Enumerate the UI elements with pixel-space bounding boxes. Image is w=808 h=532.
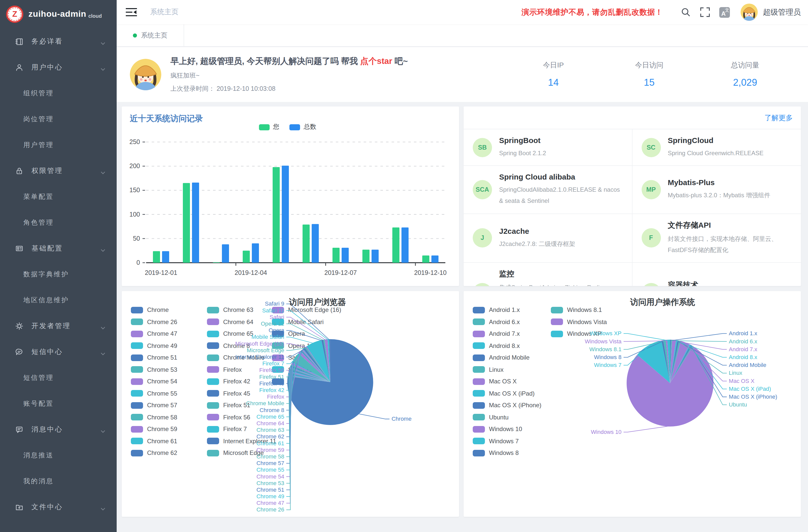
fullscreen-icon[interactable] xyxy=(700,7,710,17)
sidebar-item-3[interactable]: 岗位管理 xyxy=(0,106,117,132)
legend-item[interactable]: Windows 8 xyxy=(473,450,519,456)
legend-item[interactable]: Android 6.x xyxy=(473,318,520,325)
legend-item[interactable]: Windows 7 xyxy=(473,437,519,444)
legend-swatch xyxy=(473,414,485,420)
legend-item[interactable]: Firefox 51 xyxy=(207,402,250,409)
legend-item[interactable]: Safari 9 xyxy=(272,378,309,385)
legend-swatch xyxy=(207,414,219,420)
sidebar-item-0[interactable]: 务必详看 xyxy=(0,29,117,54)
sidebar-item-8[interactable]: 基础配置 xyxy=(0,235,117,261)
legend-item[interactable]: Safari 11 xyxy=(272,366,312,373)
legend-item[interactable]: Chrome 47 xyxy=(131,330,177,337)
legend-swatch xyxy=(131,390,143,397)
legend-item[interactable]: Chrome 8 xyxy=(207,342,250,349)
legend-label: Chrome 58 xyxy=(147,414,177,421)
legend-item-您[interactable]: 您 xyxy=(259,123,279,131)
legend-item[interactable]: Safari xyxy=(272,354,304,361)
legend-item[interactable]: Internet Explorer 11 xyxy=(207,437,276,444)
sidebar-item-17[interactable]: 我的消息 xyxy=(0,468,117,494)
legend-item[interactable]: Opera xyxy=(272,330,305,337)
legend-label: 总数 xyxy=(304,123,316,131)
legend-item[interactable]: Android 8.x xyxy=(473,342,520,349)
sidebar-item-15[interactable]: 消息中心 xyxy=(0,416,117,442)
sidebar-item-label: 角色管理 xyxy=(23,218,54,227)
legend-item-总数[interactable]: 总数 xyxy=(289,123,316,131)
legend-item[interactable]: Mobile Safari xyxy=(272,318,324,325)
legend-swatch xyxy=(207,354,219,361)
legend-item[interactable]: Ubuntu xyxy=(473,414,509,421)
legend-item[interactable]: Chrome Mobile xyxy=(207,354,264,361)
legend-item[interactable]: Firefox 7 xyxy=(207,425,247,433)
translate-icon[interactable]: A 文 xyxy=(719,7,730,18)
collapse-menu-icon[interactable] xyxy=(126,7,137,17)
legend-item[interactable]: Android 7.x xyxy=(473,330,520,337)
legend-label: Chrome 65 xyxy=(223,330,253,337)
sidebar-item-18[interactable]: 文件中心 xyxy=(0,494,117,520)
legend-item[interactable]: Mac OS X xyxy=(473,378,517,385)
sidebar-item-10[interactable]: 地区信息维护 xyxy=(0,287,117,313)
legend-item[interactable]: Windows 10 xyxy=(473,425,522,433)
legend-swatch xyxy=(131,414,143,420)
sidebar-item-2[interactable]: 组织管理 xyxy=(0,80,117,106)
legend-swatch xyxy=(272,330,284,337)
legend-item[interactable]: Chrome 57 xyxy=(131,402,177,409)
tab-home[interactable]: 系统主页 xyxy=(117,24,184,46)
tech-card-7: C 容器技术 虚拟化容器技术，让迁移、部署更加方便快捷 xyxy=(632,262,801,286)
legend-swatch xyxy=(551,330,563,337)
legend-item[interactable]: Firefox 45 xyxy=(207,390,250,397)
legend-item[interactable]: Chrome 63 xyxy=(207,306,253,313)
legend-item[interactable]: Microsoft Edge xyxy=(207,450,264,456)
legend-swatch xyxy=(272,366,284,373)
legend-item[interactable]: Chrome 62 xyxy=(131,450,177,456)
sidebar-item-14[interactable]: 账号配置 xyxy=(0,390,117,416)
legend-item[interactable]: Chrome xyxy=(131,306,169,313)
legend-item[interactable]: Firefox 56 xyxy=(207,414,250,421)
sidebar-item-4[interactable]: 用户管理 xyxy=(0,132,117,158)
tech-card-4: J J2cache J2cache2.7.8: 二级缓存框架 xyxy=(464,213,632,262)
legend-item[interactable]: Linux xyxy=(473,366,503,373)
legend-item[interactable]: Android Mobile xyxy=(473,354,530,361)
legend-item[interactable]: Chrome 59 xyxy=(131,425,177,433)
tech-card-title: 容器技术 xyxy=(668,280,789,286)
svg-text:Firefox: Firefox xyxy=(267,393,284,400)
legend-item[interactable]: Firefox 42 xyxy=(207,378,250,385)
legend-item[interactable]: Chrome 53 xyxy=(131,366,177,373)
avatar[interactable] xyxy=(740,3,758,21)
legend-item[interactable]: Chrome 61 xyxy=(131,437,177,444)
legend-item[interactable]: Chrome 26 xyxy=(131,318,177,325)
legend-item[interactable]: Mac OS X (iPad) xyxy=(473,390,535,397)
legend-item[interactable]: Opera 12 xyxy=(272,342,313,349)
logo-letter: Z xyxy=(12,10,17,19)
legend-item[interactable]: Chrome 58 xyxy=(131,414,177,421)
legend-item[interactable]: Windows Vista xyxy=(551,318,607,325)
legend-label: Chrome 61 xyxy=(147,437,177,444)
legend-item[interactable]: Mac OS X (iPhone) xyxy=(473,402,541,409)
search-icon[interactable] xyxy=(681,7,691,17)
sidebar-item-11[interactable]: 开发者管理 xyxy=(0,313,117,339)
legend-item[interactable]: Chrome 65 xyxy=(207,330,253,337)
sidebar-item-6[interactable]: 菜单配置 xyxy=(0,184,117,209)
legend-item[interactable]: Firefox xyxy=(207,366,242,373)
legend-item[interactable]: Chrome 54 xyxy=(131,378,177,385)
legend-item[interactable]: Windows 8.1 xyxy=(551,306,602,313)
sidebar-item-label: 短信管理 xyxy=(23,373,54,382)
tech-card-1: SC SpringCloud Spring Cloud Greenwich.RE… xyxy=(632,129,801,165)
stat-value: 15 xyxy=(633,77,665,88)
legend-item[interactable]: Windows XP xyxy=(551,330,602,337)
sidebar-item-1[interactable]: 用户中心 xyxy=(0,54,117,80)
legend-item[interactable]: Android 1.x xyxy=(473,306,520,313)
sidebar-item-13[interactable]: 短信管理 xyxy=(0,365,117,390)
legend-item[interactable]: Chrome 49 xyxy=(131,342,177,349)
sidebar-item-12[interactable]: 短信中心 xyxy=(0,339,117,365)
sidebar-item-7[interactable]: 角色管理 xyxy=(0,209,117,235)
logo[interactable]: Z zuihou-admin cloud xyxy=(0,0,117,29)
legend-item[interactable]: Chrome 64 xyxy=(207,318,253,325)
legend-item[interactable]: Chrome 55 xyxy=(131,390,177,397)
sidebar-item-5[interactable]: 权限管理 xyxy=(0,158,117,184)
learn-more-link[interactable]: 了解更多 xyxy=(765,114,793,123)
legend-item[interactable]: Chrome 51 xyxy=(131,354,177,361)
star-link[interactable]: 点个star xyxy=(360,56,392,66)
legend-label: Android 1.x xyxy=(489,306,520,313)
sidebar-item-16[interactable]: 消息推送 xyxy=(0,442,117,468)
sidebar-item-9[interactable]: 数据字典维护 xyxy=(0,261,117,287)
